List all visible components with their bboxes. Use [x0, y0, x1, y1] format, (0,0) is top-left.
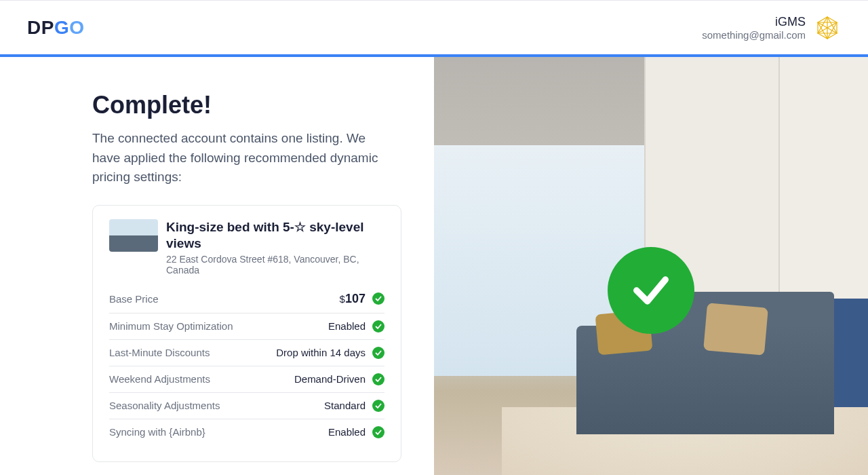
- account-icon: [814, 14, 841, 41]
- setting-row-syncing: Syncing with {Airbnb} Enabled: [109, 419, 384, 445]
- setting-label: Weekend Adjustments: [109, 373, 210, 385]
- page-title: Complete!: [92, 91, 401, 119]
- account-text: iGMS something@gmail.com: [702, 15, 806, 41]
- listing-info: King-size bed with 5-☆ sky-level views 2…: [166, 219, 384, 276]
- check-icon: [372, 426, 384, 438]
- logo-dp: DP: [27, 17, 54, 39]
- setting-value: Drop within 14 days: [276, 347, 384, 359]
- setting-value: Demand-Driven: [294, 373, 384, 385]
- listing-thumbnail: [109, 219, 158, 252]
- logo-o: O: [69, 17, 84, 39]
- left-panel: Complete! The connected account contains…: [0, 57, 434, 475]
- setting-label: Last-Minute Discounts: [109, 347, 210, 358]
- setting-value: Enabled: [328, 426, 384, 438]
- action-buttons: CHANGE SETTINGS VIEW NEW RATES: [92, 462, 401, 475]
- main-content: Complete! The connected account contains…: [0, 57, 868, 475]
- setting-row-min-stay: Minimum Stay Optimization Enabled: [109, 314, 384, 340]
- logo-g: G: [54, 17, 69, 39]
- success-checkmark-icon: [608, 247, 694, 334]
- app-header: DPGO iGMS something@gmail.com: [0, 0, 868, 57]
- setting-value: Standard: [324, 400, 384, 412]
- setting-label: Minimum Stay Optimization: [109, 320, 233, 332]
- check-icon: [372, 347, 384, 359]
- check-icon: [372, 373, 384, 385]
- setting-label: Syncing with {Airbnb}: [109, 426, 205, 438]
- setting-row-seasonality: Seasonality Adjustments Standard: [109, 393, 384, 419]
- currency-symbol: $: [340, 293, 345, 305]
- listing-header: King-size bed with 5-☆ sky-level views 2…: [109, 219, 384, 276]
- setting-row-base-price: Base Price $107: [109, 285, 384, 314]
- account-email: something@gmail.com: [702, 29, 806, 41]
- check-icon: [372, 400, 384, 412]
- account-info[interactable]: iGMS something@gmail.com: [702, 14, 841, 41]
- setting-value: Enabled: [328, 320, 384, 332]
- price-value: 107: [345, 292, 366, 306]
- listing-address: 22 East Cordova Street #618, Vancouver, …: [166, 254, 384, 276]
- account-name: iGMS: [702, 15, 806, 29]
- setting-row-weekend: Weekend Adjustments Demand-Driven: [109, 366, 384, 393]
- listing-title: King-size bed with 5-☆ sky-level views: [166, 219, 384, 252]
- page-description: The connected account contains one listi…: [92, 129, 384, 187]
- check-icon: [372, 320, 384, 332]
- app-logo: DPGO: [27, 17, 84, 39]
- setting-label: Base Price: [109, 293, 159, 305]
- hero-image-panel: [434, 57, 868, 475]
- listing-card: King-size bed with 5-☆ sky-level views 2…: [92, 205, 401, 462]
- check-icon: [372, 292, 384, 305]
- setting-value: $107: [340, 292, 384, 306]
- setting-row-last-minute: Last-Minute Discounts Drop within 14 day…: [109, 340, 384, 366]
- setting-label: Seasonality Adjustments: [109, 400, 220, 411]
